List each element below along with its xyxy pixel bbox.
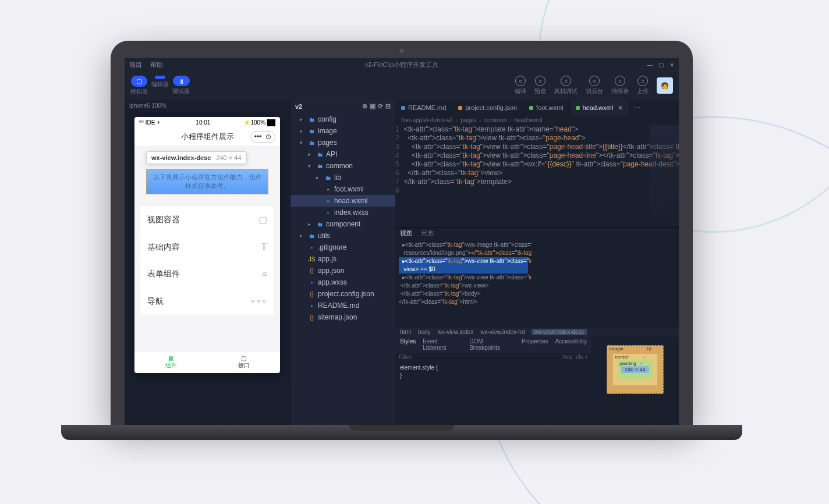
editor-tab[interactable]: project.config.json <box>452 100 523 115</box>
crumb[interactable]: html <box>400 329 411 335</box>
menu-project[interactable]: 项目 <box>129 61 142 69</box>
editor-area: ⋯ README.md project.config.json foot.wxm… <box>395 100 679 425</box>
window-controls: — ▢ ✕ <box>647 62 674 68</box>
tree-item-label: component <box>326 220 360 228</box>
toolbar-action-button[interactable]: ○编译 <box>515 76 526 95</box>
styles-tab[interactable]: Accessibility <box>555 338 587 351</box>
refresh-icon[interactable]: ⟳ <box>378 102 383 110</box>
devtools-tab-console[interactable]: 日志 <box>421 229 434 237</box>
tab-接口[interactable]: ▢接口 <box>207 352 280 373</box>
new-file-icon[interactable]: ⊕ <box>362 102 367 110</box>
editor-tab[interactable]: README.md <box>395 100 452 115</box>
project-root[interactable]: v2 <box>295 103 302 110</box>
tree-item[interactable]: ▪head.wxml <box>290 195 395 207</box>
crumb[interactable]: body <box>418 329 431 335</box>
list-item-label: 表单组件 <box>147 269 180 279</box>
tree-item[interactable]: ▪foot.wxml <box>290 183 395 195</box>
styles-tab[interactable]: Event Listeners <box>423 338 462 351</box>
breadcrumb: fino-applet-demo-v2›pages›common›head.wx… <box>395 115 679 125</box>
styles-tab[interactable]: Styles <box>400 338 416 351</box>
time-label: 10:01 <box>196 119 210 126</box>
minimap[interactable] <box>650 125 679 227</box>
elements-pane[interactable]: ▸<tk-attr">class="tk-tag">wx-image tk-at… <box>395 239 532 328</box>
tree-item[interactable]: ▪index.wxss <box>290 207 395 218</box>
tree-item[interactable]: ▸🖿utils <box>290 230 395 242</box>
carrier-label: ᴵᴵᴵᴵ IDE ᯤ <box>139 119 162 126</box>
tree-item[interactable]: ▸🖿component <box>290 218 395 230</box>
tree-item[interactable]: ▪.gitignore <box>290 242 395 253</box>
list-item[interactable]: 导航 ∘∘∘ <box>140 288 274 315</box>
list-item[interactable]: 视图容器 ▢ <box>140 206 274 233</box>
highlighted-element[interactable]: 以下将展示小程序官方组件能力，组件样式仅供参考。 <box>146 169 268 194</box>
css-rules[interactable]: element.style {}</span><span class="css-… <box>395 361 591 382</box>
crumb[interactable]: common <box>484 117 506 123</box>
file-type-icon <box>576 106 580 110</box>
toolbar-mode-button[interactable]: ⫼调试器 <box>172 76 190 96</box>
menu-help[interactable]: 帮助 <box>150 61 163 69</box>
tree-item-label: sitemap.json <box>318 313 357 321</box>
crumb[interactable]: pages <box>460 117 476 123</box>
tree-item[interactable]: JSapp.js <box>290 253 395 265</box>
collapse-icon[interactable]: ⊟ <box>385 102 391 110</box>
tree-item[interactable]: ▪app.wxss <box>290 276 395 288</box>
camera-dot <box>400 49 404 53</box>
tree-item[interactable]: ▸🖿API <box>290 148 395 160</box>
editor-tab[interactable]: foot.wxml <box>523 100 569 115</box>
tree-item-label: README.md <box>318 301 359 310</box>
tree-item-label: project.config.json <box>318 290 374 298</box>
list-item[interactable]: 表单组件 ≡ <box>140 261 274 288</box>
tree-item[interactable]: ▸🖿config <box>290 113 395 125</box>
capsule-button[interactable]: ••• ⊙ <box>250 131 275 143</box>
filter-input[interactable]: Filter <box>399 354 412 360</box>
battery-label: ⚡100% ██ <box>243 119 275 126</box>
list-item-icon: 𝕋 <box>261 242 267 253</box>
crumb[interactable]: wx-view.index <box>438 329 474 335</box>
list-item[interactable]: 基础内容 𝕋 <box>140 233 274 261</box>
close-tab-icon[interactable]: ✕ <box>618 104 623 112</box>
tree-item[interactable]: ▸🖿lib <box>290 172 395 183</box>
tree-item[interactable]: {}sitemap.json <box>290 311 395 323</box>
tree-item[interactable]: ▾🖿common <box>290 160 395 172</box>
ide-window: 项目 帮助 v2-FinClip小程序开发工具 — ▢ ✕ ▢模拟器 编辑器 ⫼… <box>125 58 679 425</box>
maximize-icon[interactable]: ▢ <box>658 62 664 68</box>
toolbar-action-button[interactable]: ○预览 <box>534 76 546 95</box>
tree-item[interactable]: ▾🖿pages <box>290 137 395 148</box>
styles-tab[interactable]: DOM Breakpoints <box>469 338 515 351</box>
toolbar-mode-button[interactable]: 编辑器 <box>151 76 169 96</box>
tabs-overflow-icon[interactable]: ⋯ <box>629 100 645 115</box>
toolbar-action-button[interactable]: ○清缓存 <box>611 76 629 95</box>
tooltip-selector: wx-view.index-desc <box>151 154 211 161</box>
code-editor[interactable]: 12345678 <tk-attr">class="tk-tag">templa… <box>395 125 679 227</box>
close-icon[interactable]: ✕ <box>669 62 674 68</box>
tree-item-label: app.wxss <box>318 278 347 286</box>
tree-item-label: image <box>318 127 337 135</box>
margin-top-value: 10 <box>646 346 651 352</box>
tab-组件[interactable]: ▦组件 <box>134 352 207 373</box>
crumb[interactable]: wx-view.index-hd <box>480 329 525 335</box>
tree-item[interactable]: {}project.config.json <box>290 288 395 300</box>
padding-label: padding <box>619 361 636 366</box>
crumb[interactable]: wx-view.index-desc <box>532 329 586 335</box>
border-label: border <box>615 354 628 360</box>
inspect-tooltip: wx-view.index-desc 240 × 44 <box>146 151 247 164</box>
border-value: - <box>644 354 646 360</box>
crumb[interactable]: fino-applet-demo-v2 <box>401 117 453 123</box>
new-folder-icon[interactable]: ▣ <box>370 102 375 110</box>
tree-item-label: index.wxss <box>334 208 369 216</box>
toolbar-action-button[interactable]: ○真机调试 <box>554 76 578 95</box>
tree-item[interactable]: ▸🖿image <box>290 125 395 137</box>
toolbar-action-button[interactable]: ○上传 <box>637 76 649 95</box>
toolbar-action-button[interactable]: ○切后台 <box>586 76 603 95</box>
editor-tab[interactable]: head.wxml ✕ <box>570 100 630 115</box>
user-avatar[interactable]: 🧑 <box>657 77 673 94</box>
app-title: 小程序组件展示 <box>181 132 234 142</box>
simulator-panel: iphone6 100% ᴵᴵᴵᴵ IDE ᯤ 10:01 ⚡100% ██ 小… <box>125 100 290 425</box>
minimize-icon[interactable]: — <box>647 62 653 68</box>
crumb[interactable]: head.wxml <box>515 117 543 123</box>
toolbar-mode-button[interactable]: ▢模拟器 <box>130 76 148 96</box>
styles-tab[interactable]: Properties <box>522 338 548 351</box>
tree-item[interactable]: ▪README.md <box>290 300 395 311</box>
filter-actions[interactable]: :hov .cls + <box>562 354 588 360</box>
devtools-tab-elements[interactable]: 视图 <box>400 229 413 237</box>
tree-item[interactable]: {}app.json <box>290 265 395 276</box>
